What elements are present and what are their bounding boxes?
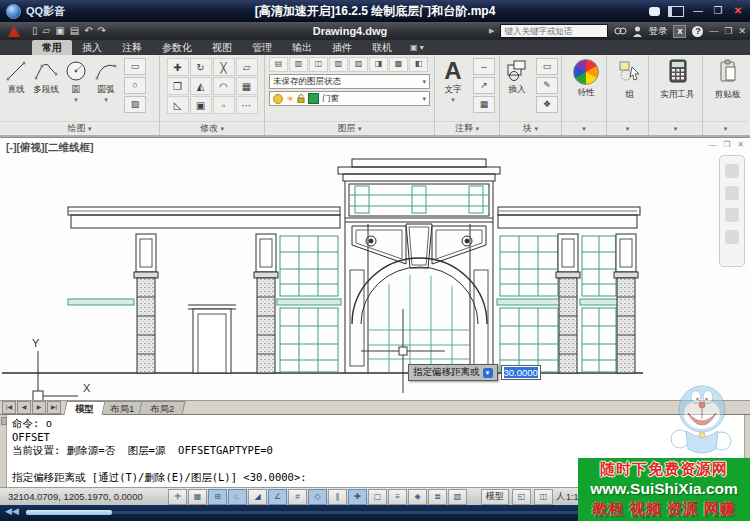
group-icon[interactable] — [618, 59, 642, 87]
pan-icon[interactable] — [725, 186, 739, 200]
exchange-apps-icon[interactable]: X — [673, 25, 686, 38]
clipboard-icon[interactable] — [718, 59, 738, 87]
properties-colorwheel-icon[interactable] — [573, 59, 599, 85]
drawing-area[interactable]: Y X — [0, 137, 750, 401]
quickprop-toggle[interactable]: ◈ — [408, 489, 427, 505]
panel-draw-label[interactable]: 绘图 ▾ — [0, 121, 159, 135]
osnap-toggle[interactable]: ∠ — [268, 489, 287, 505]
polar-toggle[interactable]: ◢ — [248, 489, 267, 505]
rectangle-icon[interactable]: ▭ — [124, 58, 146, 75]
rotate-icon[interactable]: ↻ — [190, 58, 212, 76]
dimension-icon[interactable]: ↔ — [473, 58, 495, 75]
lwt-toggle[interactable]: ▢ — [368, 489, 387, 505]
leader-icon[interactable]: ↗ — [473, 77, 495, 94]
panel-annotate-label[interactable]: 注释 ▾ — [435, 121, 499, 135]
command-history[interactable]: 命令: o OFFSET 当前设置: 删除源=否 图层=源 OFFSETGAPT… — [12, 417, 307, 485]
snap-toggle[interactable]: ▦ — [188, 489, 207, 505]
stretch-icon[interactable]: ◺ — [167, 96, 189, 114]
zoom-icon[interactable] — [725, 208, 739, 222]
layer-dropdown[interactable]: ☀ 门窗 ▾ — [269, 91, 430, 106]
layer-walk-icon[interactable]: ◧ — [409, 57, 428, 72]
layer-on-bulb-icon[interactable] — [273, 94, 283, 104]
vp-minimize-icon[interactable]: — — [708, 140, 716, 149]
explode-icon[interactable]: ▫ — [213, 96, 235, 114]
table-icon[interactable]: ▦ — [473, 96, 495, 113]
block-edit-icon[interactable]: ▭ — [536, 58, 558, 75]
layout-tab-layout2[interactable]: 布局2 — [139, 401, 186, 415]
tab-home[interactable]: 常用 — [32, 40, 72, 55]
more-modify-icon[interactable]: ⋯ — [236, 96, 258, 114]
panel-group-label[interactable]: ▾ — [607, 121, 648, 135]
undo-icon[interactable]: ↶ — [84, 23, 92, 39]
cycling-toggle[interactable]: ≣ — [428, 489, 447, 505]
redo-icon[interactable]: ↷ — [98, 23, 106, 39]
vp-restore-icon[interactable]: ❐ — [723, 140, 730, 149]
panel-modify-label[interactable]: 修改 ▾ — [160, 121, 264, 135]
dynamic-input-value[interactable]: 30.0000 — [501, 365, 541, 380]
copy-icon[interactable]: ❐ — [167, 77, 189, 95]
rewind-icon[interactable]: ◀◀ — [5, 506, 19, 516]
otrack-toggle[interactable]: ◇ — [308, 489, 327, 505]
message-icon[interactable] — [649, 7, 660, 16]
acad-app-menu-button[interactable] — [2, 23, 26, 39]
command-left-strip[interactable] — [0, 415, 7, 488]
polyline-tool[interactable]: 多段线 — [32, 58, 60, 121]
layer-freeze-icon[interactable]: ▧ — [329, 57, 348, 72]
help-icon[interactable]: ? — [692, 26, 703, 37]
annot-toggle[interactable]: ▧ — [448, 489, 467, 505]
player-minimize-button[interactable]: — — [692, 0, 704, 22]
vp-close-icon[interactable]: ✕ — [737, 140, 744, 149]
tab-output[interactable]: 输出 — [282, 40, 322, 55]
quickview-layouts-icon[interactable]: ◱ — [512, 489, 531, 505]
model-space-button[interactable]: 模型 — [481, 489, 509, 505]
open-file-icon[interactable]: ▱ — [43, 23, 51, 39]
ducs-toggle[interactable]: ∥ — [328, 489, 347, 505]
search-arrow-icon[interactable]: ▶ — [489, 27, 494, 35]
binoculars-search-icon[interactable] — [614, 26, 627, 36]
quickview-drawings-icon[interactable]: ◫ — [534, 489, 553, 505]
tab-online[interactable]: 联机 — [362, 40, 402, 55]
arc-tool[interactable]: 圆弧 ▾ — [92, 58, 120, 121]
text-tool[interactable]: A 文字 ▾ — [439, 58, 467, 121]
chevron-down-icon[interactable]: ▾ — [74, 96, 78, 104]
ellipse-icon[interactable]: ○ — [124, 77, 146, 94]
erase-icon[interactable]: ▱ — [236, 58, 258, 76]
new-file-icon[interactable]: ▯ — [32, 23, 38, 39]
dyn-toggle[interactable]: ✚ — [348, 489, 367, 505]
infer-toggle[interactable]: ✛ — [168, 489, 187, 505]
tab-next-icon[interactable]: ▶ — [32, 401, 46, 414]
trim-icon[interactable]: ╳ — [213, 58, 235, 76]
tab-first-icon[interactable]: |◀ — [2, 401, 16, 414]
layer-thaw-sun-icon[interactable]: ☀ — [286, 94, 294, 104]
panel-properties-label[interactable]: ▾ — [562, 121, 606, 135]
tab-prev-icon[interactable]: ◀ — [17, 401, 31, 414]
playlist-panel-icon[interactable] — [668, 6, 684, 17]
block-create-icon[interactable]: ✎ — [536, 77, 558, 94]
layer-properties-icon[interactable]: ▤ — [269, 57, 288, 72]
layer-color-swatch[interactable] — [308, 93, 319, 104]
layer-unlock-icon[interactable] — [297, 94, 305, 103]
move-icon[interactable]: ✚ — [167, 58, 189, 76]
player-maximize-button[interactable]: ❐ — [712, 0, 724, 22]
grid-toggle[interactable]: ⊞ — [208, 489, 227, 505]
search-input[interactable] — [500, 24, 608, 38]
fillet-icon[interactable]: ◠ — [213, 77, 235, 95]
orbit-icon[interactable] — [725, 230, 739, 244]
panel-utilities-label[interactable]: ▾ — [649, 121, 702, 135]
insert-block-tool[interactable]: 插入 — [503, 58, 531, 121]
tab-insert[interactable]: 插入 — [72, 40, 112, 55]
layer-match-icon[interactable]: ◨ — [369, 57, 388, 72]
command-grip-icon[interactable] — [1, 417, 7, 425]
layer-off-icon[interactable]: ▥ — [289, 57, 308, 72]
acad-maximize-button[interactable]: ❐ — [724, 26, 732, 36]
signin-link[interactable]: 登录 — [648, 25, 667, 38]
chevron-down-icon[interactable]: ▾ — [104, 96, 108, 104]
layer-state-dropdown[interactable]: 未保存的图层状态 ▾ — [269, 74, 430, 89]
scale-icon[interactable]: ▣ — [190, 96, 212, 114]
ribbon-options-icon[interactable]: ▣ ▾ — [410, 40, 424, 55]
dynamic-input-down-icon[interactable]: ▼ — [483, 368, 493, 378]
block-attr-icon[interactable]: ❖ — [536, 96, 558, 113]
hatch-icon[interactable]: ▨ — [124, 96, 146, 113]
save-icon[interactable]: ▣ — [55, 23, 64, 39]
panel-clipboard-label[interactable]: ▾ — [703, 121, 748, 135]
